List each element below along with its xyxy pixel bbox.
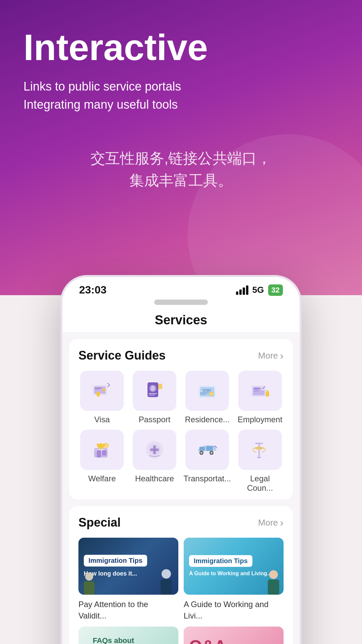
service-grid: Visa: [78, 371, 284, 493]
service-item-legal[interactable]: Legal Coun...: [236, 430, 284, 493]
battery-indicator: 32: [268, 284, 283, 296]
svg-rect-11: [149, 395, 155, 395]
phone-frame: 23:03 5G 32 Services: [60, 275, 302, 644]
id-card-icon: [155, 642, 175, 644]
service-label-residence: Residence...: [185, 415, 230, 424]
svg-rect-6: [97, 393, 100, 396]
svg-rect-49: [268, 580, 279, 595]
hero-title: Interactive: [23, 27, 339, 67]
svg-rect-17: [200, 394, 206, 395]
svg-rect-23: [254, 391, 259, 391]
employment-icon: [248, 379, 272, 402]
hero-chinese-text: 交互性服务,链接公共端口，集成丰富工具。: [23, 134, 339, 218]
svg-point-30: [104, 443, 109, 448]
service-item-transportation[interactable]: Transportat...: [183, 430, 231, 493]
special-label-1: Pay Attention to the Validit...: [78, 600, 148, 620]
svg-text:STAY: STAY: [203, 389, 211, 392]
healthcare-icon: [143, 438, 166, 462]
residence-icon: STAY: [195, 379, 219, 402]
svg-rect-43: [257, 457, 261, 458]
hero-section: Interactive Links to public service port…: [0, 0, 362, 295]
hero-subtitle: Links to public service portals Integrat…: [23, 77, 339, 114]
network-type: 5G: [252, 285, 264, 295]
svg-rect-25: [266, 392, 269, 396]
service-label-legal: Legal Coun...: [236, 474, 284, 493]
special-item-immigration-1[interactable]: Immigration Tips How long does it...: [78, 538, 178, 621]
svg-point-8: [149, 385, 156, 392]
special-more[interactable]: More: [258, 517, 284, 529]
phone-content: Service Guides More: [62, 332, 300, 644]
person-icon-2: [82, 571, 97, 595]
special-thumb-4: Q&A about China Visa-Free Poli... +: [184, 627, 284, 644]
svg-rect-35: [199, 447, 205, 451]
service-item-healthcare[interactable]: Healthcare: [131, 430, 178, 493]
legal-icon: [248, 438, 272, 462]
svg-rect-22: [254, 389, 258, 390]
svg-rect-21: [254, 388, 260, 389]
svg-rect-47: [84, 581, 95, 595]
service-guides-more[interactable]: More: [258, 350, 284, 362]
signal-icon: [236, 285, 248, 295]
person-icon-3: [265, 570, 282, 595]
service-item-visa[interactable]: Visa: [78, 371, 126, 424]
thumb-tag-1: Immigration Tips: [84, 555, 147, 567]
passport-icon: [143, 379, 166, 402]
service-item-employment[interactable]: Employment: [236, 371, 284, 424]
transportation-icon: [195, 438, 219, 462]
svg-rect-45: [161, 579, 172, 595]
svg-rect-28: [97, 450, 101, 458]
service-label-welfare: Welfare: [88, 474, 116, 483]
service-item-welfare[interactable]: Welfare: [78, 430, 126, 493]
service-guides-header: Service Guides More: [78, 348, 284, 363]
service-label-passport: Passport: [139, 415, 171, 424]
status-bar: 23:03 5G 32: [62, 277, 300, 300]
nav-title: Services: [62, 307, 300, 332]
svg-point-46: [85, 573, 93, 581]
clock: 23:03: [79, 284, 107, 296]
service-label-employment: Employment: [238, 415, 282, 424]
svg-rect-36: [206, 446, 213, 451]
special-item-faq[interactable]: FAQs aboutthe new ForeignPermanent Resid…: [78, 627, 178, 644]
chevron-right-icon: [280, 350, 284, 362]
service-item-passport[interactable]: Passport: [131, 371, 178, 424]
special-title: Special: [78, 516, 121, 530]
svg-point-38: [200, 452, 202, 454]
svg-rect-3: [95, 389, 100, 390]
svg-point-4: [103, 388, 106, 391]
svg-rect-2: [95, 388, 102, 389]
person-icon-1: [157, 568, 176, 595]
service-label-visa: Visa: [94, 415, 110, 424]
svg-rect-16: [200, 392, 209, 393]
phone-mockup: 23:03 5G 32 Services: [0, 275, 362, 644]
svg-rect-29: [102, 450, 106, 455]
special-section-card: Special More Immigration Tips: [69, 506, 293, 644]
service-label-transportation: Transportat...: [183, 474, 231, 483]
special-thumb-2: Immigration Tips A Guide to Working and …: [184, 538, 284, 595]
service-guides-card: Service Guides More: [69, 339, 293, 499]
service-item-residence[interactable]: STAY Residence...: [183, 371, 231, 424]
special-grid: Immigration Tips How long does it...: [78, 538, 284, 644]
special-header: Special More: [78, 516, 284, 530]
special-thumb-1: Immigration Tips How long does it...: [78, 538, 178, 595]
special-thumb-3: FAQs aboutthe new ForeignPermanent Resid…: [78, 627, 178, 644]
special-label-2: A Guide to Working and Livi...: [184, 600, 268, 620]
service-label-healthcare: Healthcare: [135, 474, 174, 483]
svg-point-24: [260, 385, 266, 390]
svg-rect-42: [255, 443, 263, 444]
svg-rect-26: [266, 390, 268, 392]
phone-status-icons: 5G 32: [236, 284, 283, 296]
svg-point-48: [269, 570, 278, 579]
chevron-right-icon-2: [280, 517, 284, 529]
svg-rect-10: [149, 393, 157, 394]
special-item-qa[interactable]: Q&A about China Visa-Free Poli... + Q&A …: [184, 627, 284, 644]
thumb-tag-2: Immigration Tips: [189, 555, 252, 567]
special-item-immigration-2[interactable]: Immigration Tips A Guide to Working and …: [184, 538, 284, 621]
service-guides-title: Service Guides: [78, 348, 166, 363]
visa-icon: [90, 379, 114, 402]
svg-rect-12: [158, 384, 162, 389]
phone-notch: [154, 300, 208, 305]
svg-point-44: [162, 569, 171, 579]
svg-point-40: [210, 452, 213, 454]
welfare-icon: [90, 438, 114, 462]
